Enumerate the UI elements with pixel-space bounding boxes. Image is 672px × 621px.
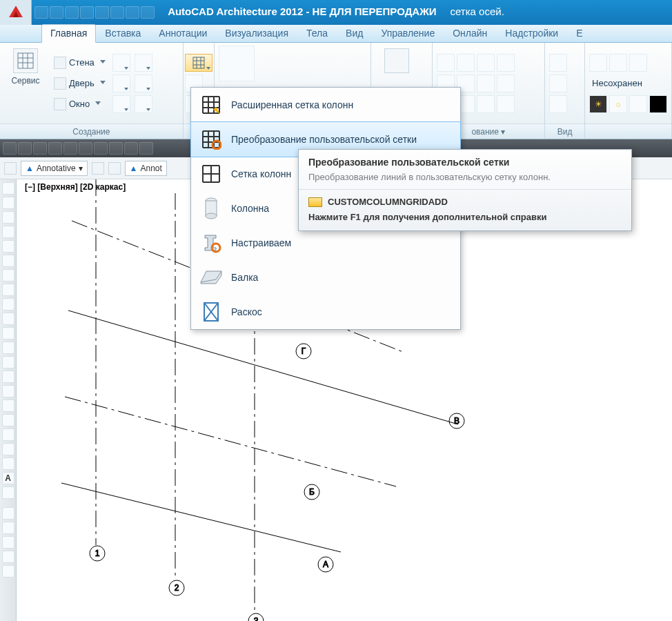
extend-tool[interactable] [497, 54, 515, 72]
tab-visualize[interactable]: Визуализация [216, 24, 297, 42]
tool-button[interactable] [2, 269, 14, 282]
tool-button[interactable] [112, 75, 130, 92]
view-tool[interactable] [549, 54, 567, 72]
tab-solids[interactable]: Тела [297, 24, 337, 42]
anno-scale2-dropdown[interactable]: ▲Annot [125, 161, 167, 176]
tool-button[interactable] [2, 356, 14, 368]
tool-button[interactable] [135, 95, 152, 113]
toolbar-button[interactable] [33, 142, 47, 155]
tool-button[interactable] [135, 54, 152, 72]
tool-button[interactable] [112, 95, 130, 113]
layer-tool[interactable] [589, 54, 607, 72]
layer-lock-icon[interactable] [629, 95, 647, 113]
qat-button[interactable] [126, 6, 139, 19]
tool-button[interactable] [2, 342, 14, 354]
menu-label: Колонна [231, 203, 269, 214]
layer-tool[interactable] [609, 54, 627, 72]
tool-button[interactable] [2, 182, 14, 195]
offset-tool[interactable] [477, 95, 495, 113]
toolbar-button[interactable] [63, 142, 77, 155]
tool-button[interactable] [135, 75, 152, 92]
qat-button[interactable] [50, 6, 63, 19]
anno-scale-icon[interactable] [4, 162, 17, 175]
window-button[interactable]: Окно [51, 95, 108, 113]
wall-button[interactable]: Стена [51, 54, 108, 72]
toolbar-button[interactable] [109, 142, 123, 155]
layer-tool[interactable] [629, 54, 647, 72]
toolbar-button[interactable] [3, 142, 17, 155]
anno-tool-icon[interactable] [108, 162, 121, 175]
qat-button[interactable] [65, 6, 79, 19]
unsaved-layer-state[interactable]: Несохранен [589, 75, 667, 92]
rotate-tool[interactable] [457, 54, 475, 72]
tool-button[interactable] [2, 486, 14, 499]
qat-button[interactable] [80, 6, 94, 19]
tool-button[interactable] [2, 551, 14, 563]
title-bar: AutoCAD Architecture 2012 - НЕ ДЛЯ ПЕРЕП… [0, 0, 672, 25]
tab-extra[interactable]: E [567, 24, 591, 42]
anno-tool-icon[interactable] [92, 162, 104, 175]
menu-item-enhanced-grid[interactable]: Расширенная сетка колонн [191, 88, 460, 122]
tool-button[interactable] [2, 385, 14, 397]
tool-button[interactable] [2, 428, 14, 441]
menu-item-beam[interactable]: Балка [191, 260, 460, 295]
tool-button[interactable] [2, 414, 14, 426]
tool-button[interactable] [2, 197, 14, 209]
tab-annotate[interactable]: Аннотации [150, 24, 216, 42]
view-tool[interactable] [549, 75, 567, 92]
tool-button[interactable] [2, 284, 14, 296]
tool-button[interactable] [2, 298, 14, 310]
tab-insert[interactable]: Вставка [96, 24, 150, 42]
service-button[interactable]: Сервис [4, 46, 47, 121]
wall-label: Стена [69, 57, 95, 68]
toolbar-button[interactable] [139, 142, 153, 155]
tool-button[interactable] [2, 240, 14, 253]
anno-scale-dropdown[interactable]: ▲Annotative▾ [21, 161, 88, 176]
layer-on-icon[interactable]: ☀ [589, 95, 607, 113]
array-tool[interactable] [497, 75, 515, 92]
app-menu-button[interactable] [0, 0, 32, 25]
tool-button[interactable] [2, 255, 14, 267]
tab-view[interactable]: Вид [337, 24, 372, 42]
tool-button[interactable] [2, 457, 14, 470]
panel-label-view[interactable]: Вид [545, 124, 584, 139]
toolbar-button[interactable] [124, 142, 138, 155]
tab-addons[interactable]: Надстройки [496, 24, 567, 42]
tooltip-f1-hint: Нажмите F1 для получения дополнительной … [308, 211, 622, 224]
layer-color-icon[interactable] [649, 95, 667, 113]
fillet-tool[interactable] [477, 75, 495, 92]
qat-button[interactable] [34, 6, 48, 19]
tab-online[interactable]: Онлайн [444, 24, 496, 42]
column-grid-split-button[interactable] [185, 54, 213, 72]
door-button[interactable]: Дверь [51, 75, 108, 92]
layer-freeze-icon[interactable]: ☼ [609, 95, 627, 113]
tool-button[interactable] [112, 54, 130, 72]
tool-button[interactable] [2, 371, 14, 383]
tool-button[interactable] [2, 226, 14, 238]
tool-button[interactable] [2, 313, 14, 325]
view-tool[interactable] [549, 95, 567, 113]
trim-tool[interactable] [477, 54, 495, 72]
tab-manage[interactable]: Управление [372, 24, 444, 42]
tool-button[interactable] [2, 565, 14, 578]
tool-button[interactable] [2, 443, 14, 455]
tab-home[interactable]: Главная [41, 24, 96, 43]
menu-item-brace[interactable]: Раскос [191, 295, 460, 329]
tool-button[interactable] [2, 522, 14, 534]
toolbar-button[interactable] [94, 142, 108, 155]
tool-button[interactable] [2, 400, 14, 412]
tool-button[interactable] [2, 507, 14, 520]
move-tool[interactable] [437, 54, 455, 72]
tool-button[interactable] [2, 211, 14, 224]
qat-button[interactable] [110, 6, 124, 19]
tool-button[interactable] [2, 327, 14, 339]
toolbar-button[interactable] [18, 142, 32, 155]
qat-dropdown[interactable] [141, 6, 155, 19]
qat-button[interactable] [95, 6, 109, 19]
toolbar-button[interactable] [48, 142, 62, 155]
explode-tool[interactable] [497, 95, 515, 113]
text-tool[interactable]: A [2, 472, 14, 484]
tool-button[interactable] [2, 536, 14, 549]
line-tool[interactable] [219, 46, 255, 81]
toolbar-button[interactable] [79, 142, 92, 155]
